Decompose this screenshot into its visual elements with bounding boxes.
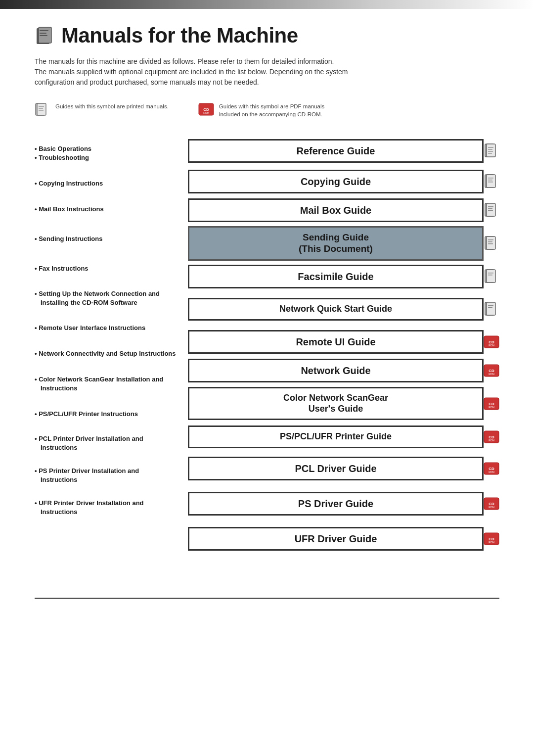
guide-ufr-wrapper: UFR Driver Guide CD ROM xyxy=(188,523,499,555)
guide-ps-btn[interactable]: PS Driver Guide xyxy=(188,492,484,516)
desc-mailbox: • Mail Box Instructions xyxy=(35,196,178,222)
svg-text:ROM: ROM xyxy=(203,111,209,114)
svg-text:ROM: ROM xyxy=(489,373,494,376)
guide-fax-btn[interactable]: Facsimile Guide xyxy=(188,265,484,288)
desc-network-quick: • Setting Up the Network Connection and … xyxy=(35,282,178,315)
svg-rect-6 xyxy=(37,103,46,115)
svg-rect-36 xyxy=(488,273,493,274)
svg-rect-35 xyxy=(487,270,495,283)
svg-rect-30 xyxy=(487,236,495,249)
desc-scangear: • Color Network ScanGear Installation an… xyxy=(35,367,178,401)
svg-rect-23 xyxy=(488,182,493,183)
svg-text:ROM: ROM xyxy=(489,541,494,544)
guide-network-btn[interactable]: Network Guide xyxy=(188,359,484,382)
guide-copying-btn[interactable]: Copying Guide xyxy=(188,170,484,193)
guide-ps-wrapper: PS Driver Guide CD ROM xyxy=(188,488,499,520)
guide-pcl-wrapper: PCL Driver Guide CD ROM xyxy=(188,453,499,485)
left-descriptions: • Basic Operations • Troubleshooting • C… xyxy=(35,136,188,523)
svg-text:ROM: ROM xyxy=(489,406,494,409)
svg-rect-15 xyxy=(488,147,493,148)
svg-rect-8 xyxy=(39,108,43,109)
guide-ps-pcl-ufr-cdrom-icon: CD ROM xyxy=(484,429,499,445)
guide-scangear-cdrom-icon: CD ROM xyxy=(484,396,499,412)
svg-rect-9 xyxy=(39,110,44,111)
content-area: Manuals for the Machine The manuals for … xyxy=(0,9,534,578)
svg-rect-31 xyxy=(488,239,493,240)
guides-container: • Basic Operations • Troubleshooting • C… xyxy=(35,136,499,558)
desc-remote-ui: • Remote User Interface Instructions xyxy=(35,315,178,341)
guide-copying-book-icon xyxy=(484,174,499,189)
svg-rect-28 xyxy=(488,210,493,211)
bottom-divider xyxy=(35,598,499,599)
desc-ufr: • UFR Printer Driver Installation and In… xyxy=(35,491,178,523)
guide-scangear-wrapper: Color Network ScanGearUser's Guide CD RO… xyxy=(188,386,499,421)
svg-rect-17 xyxy=(488,151,493,152)
guide-ufr-cdrom-icon: CD ROM xyxy=(484,531,499,547)
svg-rect-14 xyxy=(487,144,495,157)
guide-mailbox-btn[interactable]: Mail Box Guide xyxy=(188,198,484,222)
svg-rect-7 xyxy=(39,106,44,107)
desc-fax: • Fax Instructions xyxy=(35,256,178,282)
svg-rect-39 xyxy=(487,302,495,315)
guide-mailbox-wrapper: Mail Box Guide xyxy=(188,197,499,223)
svg-text:ROM: ROM xyxy=(489,344,494,347)
guide-sending-btn[interactable]: Sending Guide(This Document) xyxy=(188,226,484,261)
svg-rect-32 xyxy=(488,241,492,242)
right-guides: Reference Guide Copying Guide xyxy=(188,136,499,558)
svg-rect-26 xyxy=(488,206,493,207)
svg-rect-37 xyxy=(488,275,492,276)
guide-remote-ui-btn[interactable]: Remote UI Guide xyxy=(188,330,484,354)
svg-rect-4 xyxy=(40,35,47,36)
svg-rect-41 xyxy=(488,307,492,308)
desc-copying: • Copying Instructions xyxy=(35,171,178,196)
svg-rect-33 xyxy=(488,243,493,244)
guide-sending-wrapper: Sending Guide(This Document) xyxy=(188,226,499,261)
title-row: Manuals for the Machine xyxy=(35,24,499,47)
svg-rect-21 xyxy=(488,178,493,179)
guide-network-quick-wrapper: Network Quick Start Guide xyxy=(188,292,499,326)
guide-fax-book-icon xyxy=(484,269,499,284)
desc-pcl: • PCL Printer Driver Installation and In… xyxy=(35,427,178,459)
legend-row: Guides with this symbol are printed manu… xyxy=(35,98,499,122)
desc-network: • Network Connectivity and Setup Instruc… xyxy=(35,341,178,367)
desc-reference: • Basic Operations • Troubleshooting xyxy=(35,136,178,171)
svg-text:ROM: ROM xyxy=(489,506,494,509)
guide-ps-pcl-ufr-wrapper: PS/PCL/UFR Printer Guide CD ROM xyxy=(188,424,499,450)
svg-rect-40 xyxy=(488,305,493,306)
guide-fax-wrapper: Facsimile Guide xyxy=(188,264,499,289)
svg-text:ROM: ROM xyxy=(489,471,494,473)
guide-network-cdrom-icon: CD ROM xyxy=(484,363,499,378)
guide-ps-pcl-ufr-btn[interactable]: PS/PCL/UFR Printer Guide xyxy=(188,425,484,448)
title-book-icon xyxy=(35,26,53,45)
svg-rect-25 xyxy=(487,203,495,216)
guide-network-quick-book-icon xyxy=(484,301,499,317)
svg-rect-20 xyxy=(487,175,495,188)
guide-remote-ui-cdrom-icon: CD ROM xyxy=(484,334,499,350)
guide-pcl-cdrom-icon: CD ROM xyxy=(484,461,499,476)
guide-reference-book-icon xyxy=(484,143,499,159)
svg-rect-27 xyxy=(488,208,492,209)
guide-pcl-btn[interactable]: PCL Driver Guide xyxy=(188,457,484,480)
svg-rect-22 xyxy=(488,180,492,181)
svg-rect-2 xyxy=(40,30,48,31)
page-wrapper: Manuals for the Machine The manuals for … xyxy=(0,0,534,756)
guide-reference-wrapper: Reference Guide xyxy=(188,136,499,166)
desc-ps: • PS Printer Driver Installation and Ins… xyxy=(35,459,178,491)
guide-reference-btn[interactable]: Reference Guide xyxy=(188,139,484,163)
guide-sending-book-icon xyxy=(484,236,499,251)
guide-mailbox-book-icon xyxy=(484,202,499,218)
guide-network-quick-btn[interactable]: Network Quick Start Guide xyxy=(188,298,484,321)
guide-ufr-btn[interactable]: UFR Driver Guide xyxy=(188,527,484,551)
legend-book-icon xyxy=(35,102,50,116)
svg-rect-18 xyxy=(488,153,492,154)
svg-rect-16 xyxy=(488,149,492,150)
guide-ps-cdrom-icon: CD ROM xyxy=(484,496,499,512)
guide-remote-ui-wrapper: Remote UI Guide CD ROM xyxy=(188,329,499,355)
desc-ps-pcl-ufr: • PS/PCL/UFR Printer Instructions xyxy=(35,401,178,427)
top-bar xyxy=(0,0,534,9)
guide-scangear-btn[interactable]: Color Network ScanGearUser's Guide xyxy=(188,387,484,420)
svg-rect-3 xyxy=(40,33,46,34)
guide-copying-wrapper: Copying Guide xyxy=(188,169,499,194)
intro-text: The manuals for this machine are divided… xyxy=(35,56,440,88)
legend-cd: CD ROM Guides with this symbol are PDF m… xyxy=(198,102,337,118)
